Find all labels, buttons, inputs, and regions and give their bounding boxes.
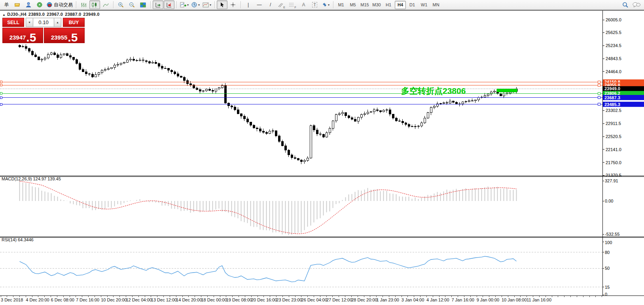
dropdown-icon: ▾ <box>187 3 189 7</box>
svg-text:21370.5: 21370.5 <box>606 173 621 178</box>
zoom-out-icon[interactable] <box>127 0 137 9</box>
buy-price-tile[interactable]: 23955 .5 <box>44 28 85 43</box>
crosshair-icon[interactable] <box>228 0 239 9</box>
date-label: 6 Dec 08:00 <box>51 297 74 302</box>
price-label-23949.0: 23949.0 <box>604 86 620 91</box>
buy-button[interactable]: BUY <box>63 18 85 27</box>
collapse-arrow-icon[interactable]: ▲ <box>2 13 6 17</box>
date-label: 19 Dec 08:00 <box>226 297 252 302</box>
date-label: 13 Dec 12:00 <box>151 297 177 302</box>
date-label: 4 Dec 20:00 <box>26 297 49 302</box>
svg-text:26005.0: 26005.0 <box>606 17 621 22</box>
timeframe-h1[interactable]: H1 <box>383 1 394 9</box>
date-label: 9 Jan 00:00 <box>477 297 500 302</box>
rsi-line <box>20 256 517 282</box>
new-order-button[interactable]: 单 <box>1 0 12 9</box>
date-label: 3 Jan 04:00 <box>402 297 424 302</box>
template-icon[interactable]: ▾ <box>201 0 212 9</box>
one-click-trading-panel: SELL ▼ 0.10 ▲ BUY 23947 .5 23955 .5 <box>2 18 85 43</box>
sell-price-fraction: .5 <box>26 32 36 43</box>
auto-scroll-icon[interactable] <box>153 0 163 9</box>
date-label: 26 Dec 04:00 <box>301 297 327 302</box>
gold-icon[interactable] <box>12 0 23 9</box>
zoom-in-icon[interactable] <box>116 0 126 9</box>
hline-23806.2 <box>0 91 644 96</box>
date-label: 14 Dec 20:00 <box>176 297 202 302</box>
tile-windows-icon[interactable] <box>138 0 148 9</box>
separator <box>333 1 333 8</box>
fibonacci-tool[interactable]: F <box>287 0 298 9</box>
channel-tool[interactable]: E <box>276 0 287 9</box>
bid-line <box>0 86 644 91</box>
timeframe-m1[interactable]: M1 <box>335 1 347 9</box>
autotrading-button[interactable]: 自动交易 <box>45 0 74 9</box>
periods-clock-icon[interactable]: ▾ <box>190 0 201 9</box>
sell-price-tile[interactable]: 23947 .5 <box>2 28 43 43</box>
timeframe-m15[interactable]: M15 <box>359 1 370 9</box>
date-label: 7 Jan 16:00 <box>451 297 474 302</box>
timeframe-toolbar: M1M5M15M30H1H4D1W1MN <box>335 1 441 9</box>
separator <box>76 1 76 8</box>
high-value: 23967.0 <box>47 12 63 17</box>
buy-price-fraction: .5 <box>68 32 78 43</box>
shapes-tool[interactable]: ▾ <box>320 0 331 9</box>
timeframe-mn[interactable]: MN <box>430 1 441 9</box>
timeframe-h4[interactable]: H4 <box>395 1 406 9</box>
signal-icon[interactable] <box>34 0 45 9</box>
separator <box>113 1 114 8</box>
date-label: 20 Dec 16:00 <box>251 297 277 302</box>
svg-text:327.91: 327.91 <box>605 178 618 183</box>
separator <box>214 1 215 8</box>
chat-icon[interactable] <box>633 2 640 8</box>
search-icon[interactable] <box>622 2 629 8</box>
date-label: 4 Jan 12:00 <box>426 297 449 302</box>
svg-text:22520.5: 22520.5 <box>606 134 621 139</box>
arrows-tool[interactable]: A <box>298 0 309 9</box>
volume-input[interactable]: 0.10 <box>33 18 54 27</box>
hline-23687.3 <box>0 95 644 100</box>
svg-text:22141.0: 22141.0 <box>606 147 621 152</box>
profile-icon[interactable] <box>23 0 34 9</box>
cursor-icon[interactable] <box>217 0 227 9</box>
macd-pane-label: MACD(12,26,9) 124.97 139.45 <box>2 176 61 181</box>
svg-text:15: 15 <box>605 285 610 290</box>
text-label-tool[interactable]: T <box>309 0 320 9</box>
volume-increase-button[interactable]: ▲ <box>54 18 61 27</box>
hline-24150.8 <box>0 80 644 85</box>
chart-canvas[interactable]: 24150.824055.823949.023806.223687.323485… <box>0 0 644 305</box>
vertical-line-tool[interactable]: | <box>243 0 254 9</box>
svg-text:80: 80 <box>605 250 610 255</box>
svg-text:23302.5: 23302.5 <box>606 108 621 113</box>
svg-text:-532.55: -532.55 <box>605 232 619 237</box>
svg-text:0.00: 0.00 <box>605 199 613 203</box>
svg-text:22911.5: 22911.5 <box>606 121 621 126</box>
svg-text:100: 100 <box>605 240 612 245</box>
timeframe-w1[interactable]: W1 <box>419 1 430 9</box>
indicators-icon[interactable]: ▾ <box>179 0 190 9</box>
symbol-period: DJ30-,H4 <box>7 12 27 17</box>
svg-text:50: 50 <box>605 266 610 271</box>
date-label: 11 Jan 16:00 <box>527 297 551 302</box>
candlestick-chart-icon[interactable] <box>89 0 100 9</box>
svg-text:0: 0 <box>605 292 607 297</box>
date-label: 3 Dec 2018 <box>1 297 23 302</box>
bar-chart-icon[interactable] <box>78 0 89 9</box>
chart-shift-icon[interactable] <box>164 0 174 9</box>
trendline-tool[interactable]: / <box>265 0 276 9</box>
turning-point-annotation: 多空转折点23806 <box>401 86 466 96</box>
timeframe-m5[interactable]: M5 <box>347 1 358 9</box>
timeframe-d1[interactable]: D1 <box>407 1 418 9</box>
timeframe-m30[interactable]: M30 <box>371 1 382 9</box>
line-chart-icon[interactable] <box>100 0 111 9</box>
volume-decrease-button[interactable]: ▼ <box>26 18 33 27</box>
sell-button[interactable]: SELL <box>2 18 24 27</box>
price-label-23687.3: 23687.3 <box>604 95 620 100</box>
open-value: 23893.0 <box>28 12 45 17</box>
price-label-23485.3: 23485.3 <box>604 102 620 107</box>
horizontal-line-tool[interactable]: — <box>254 0 265 9</box>
date-label: 7 Dec 16:00 <box>76 297 99 302</box>
separator <box>241 1 241 8</box>
date-axis <box>1 296 602 297</box>
close-value: 23949.0 <box>83 12 99 17</box>
date-label: 27 Dec 12:00 <box>326 297 352 302</box>
